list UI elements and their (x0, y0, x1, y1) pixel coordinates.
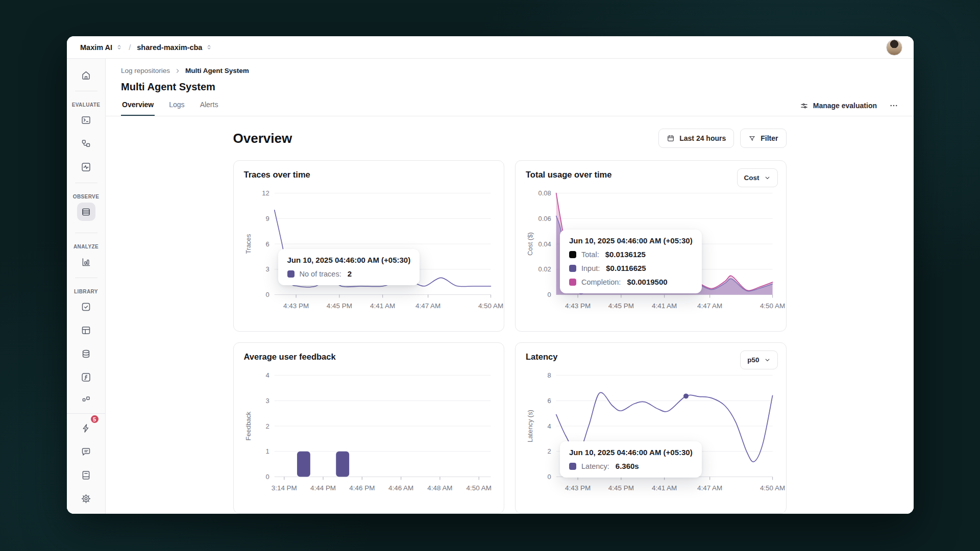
sidebar-item-logs[interactable] (77, 203, 95, 221)
tooltip-value: $0.0019500 (627, 278, 667, 286)
sidebar-divider (75, 91, 97, 91)
gear-icon (81, 493, 91, 504)
card-title: Traces over time (244, 170, 494, 180)
blocks-icon (81, 395, 91, 406)
selector-value: p50 (747, 356, 759, 364)
project-name: shared-maxim-cba (137, 43, 202, 52)
user-avatar[interactable] (886, 39, 902, 56)
sidebar-section-observe: OBSERVE (73, 194, 100, 199)
card-average-user-feedback: Average user feedback 012343:14 PM4:44 P… (233, 342, 505, 514)
sidebar-item-notifications[interactable]: 5 (77, 419, 95, 437)
workspace-name: Maxim AI (80, 43, 112, 52)
sidebar-item-settings[interactable] (77, 489, 95, 508)
svg-text:0: 0 (265, 473, 269, 481)
top-bar: Maxim AI / shared-maxim-cba (67, 36, 914, 59)
breadcrumb-log-repositories[interactable]: Log repositories (121, 67, 170, 74)
latency-chart-area[interactable]: 024684:43 PM4:45 PM4:41 AM4:47 AM4:50 AM… (526, 366, 776, 500)
sidebar-item-docs[interactable] (77, 466, 95, 484)
sidebar-item-context-sources[interactable] (77, 344, 95, 363)
tab-overview[interactable]: Overview (121, 101, 155, 116)
chevron-down-icon (764, 174, 771, 181)
calendar-icon (667, 134, 675, 142)
svg-text:4:45 PM: 4:45 PM (608, 302, 634, 310)
svg-text:4:46 AM: 4:46 AM (388, 484, 413, 492)
sidebar-bottom: 5 (67, 413, 105, 514)
card-total-usage: Total usage over time Cost 00.020.040.06… (515, 160, 787, 332)
svg-text:4:45 PM: 4:45 PM (608, 484, 634, 492)
svg-text:4:50 AM: 4:50 AM (760, 302, 785, 310)
svg-text:4:50 AM: 4:50 AM (478, 302, 503, 310)
activity-icon (81, 162, 91, 172)
svg-text:Traces: Traces (244, 234, 252, 254)
chart-tooltip: Jun 10, 2025 04:46:00 AM (+05:30) Total:… (560, 230, 702, 293)
tooltip-value: $0.0136125 (605, 250, 646, 259)
manage-evaluation-button[interactable]: Manage evaluation (800, 102, 877, 110)
svg-text:4:41 AM: 4:41 AM (652, 302, 677, 310)
filter-button[interactable]: Filter (740, 129, 786, 148)
chevrons-updown-icon (206, 44, 212, 51)
svg-text:0.04: 0.04 (538, 240, 551, 248)
series-swatch (569, 463, 576, 470)
percentile-selector-dropdown[interactable]: p50 (740, 350, 777, 369)
svg-text:4:44 PM: 4:44 PM (310, 484, 336, 492)
time-range-button[interactable]: Last 24 hours (658, 129, 734, 148)
sidebar-item-analytics[interactable] (77, 253, 95, 271)
sidebar-item-test-cases[interactable] (77, 297, 95, 316)
svg-text:1: 1 (265, 447, 269, 455)
svg-text:4:46 PM: 4:46 PM (349, 484, 375, 492)
chart-tooltip: Jun 10, 2025 04:46:00 AM (+05:30) Latenc… (560, 441, 702, 478)
page-title: Multi Agent System (121, 81, 898, 93)
tab-alerts[interactable]: Alerts (199, 101, 219, 116)
sidebar-item-prompts[interactable] (77, 111, 95, 129)
svg-text:0: 0 (265, 291, 269, 298)
selector-value: Cost (744, 174, 760, 182)
filter-label: Filter (761, 134, 778, 142)
more-options-button[interactable] (889, 101, 898, 110)
svg-text:6: 6 (548, 397, 551, 405)
feedback-chart-area[interactable]: 012343:14 PM4:44 PM4:46 PM4:46 AM4:48 AM… (244, 366, 494, 500)
breadcrumb-current: Multi Agent System (185, 67, 249, 74)
svg-text:4:43 PM: 4:43 PM (565, 302, 591, 310)
svg-text:8: 8 (548, 371, 551, 379)
sidebar-item-datasets-table[interactable] (77, 321, 95, 339)
lightning-icon (81, 423, 91, 434)
sidebar-divider (75, 278, 97, 278)
sidebar-item-feedback[interactable] (77, 442, 95, 461)
tab-logs[interactable]: Logs (168, 101, 185, 116)
workspace-switcher[interactable]: Maxim AI (80, 43, 122, 52)
breadcrumb-separator: / (129, 43, 131, 52)
workflow-icon (81, 138, 91, 149)
sidebar-item-home[interactable] (77, 66, 95, 84)
svg-text:Latency (s): Latency (s) (526, 410, 534, 442)
manage-evaluation-label: Manage evaluation (813, 102, 877, 110)
overview-toolbar: Overview Last 24 hours Filter (233, 129, 787, 148)
svg-text:9: 9 (265, 215, 269, 222)
page-header: Log repositories Multi Agent System Mult… (106, 59, 914, 116)
sidebar: EVALUATE OBSERVE ANALYZE (67, 59, 106, 514)
svg-text:4:47 AM: 4:47 AM (415, 302, 440, 310)
home-icon (81, 70, 91, 81)
chevron-right-icon (175, 68, 181, 74)
series-swatch (569, 251, 576, 258)
sidebar-item-evaluations[interactable] (77, 158, 95, 176)
svg-text:4:50 AM: 4:50 AM (760, 484, 785, 492)
tooltip-label: Total: (581, 251, 599, 259)
tooltip-timestamp: Jun 10, 2025 04:46:00 AM (+05:30) (569, 236, 693, 245)
sidebar-item-workflows[interactable] (77, 134, 95, 153)
svg-text:Cost ($): Cost ($) (526, 232, 534, 256)
svg-text:4:43 PM: 4:43 PM (565, 484, 591, 492)
svg-text:4:50 AM: 4:50 AM (466, 484, 491, 492)
header-actions: Manage evaluation (800, 101, 898, 110)
check-square-icon (81, 302, 91, 312)
time-range-label: Last 24 hours (679, 134, 726, 142)
project-switcher[interactable]: shared-maxim-cba (137, 43, 212, 52)
sidebar-item-plugins[interactable] (77, 391, 95, 410)
svg-text:4:47 AM: 4:47 AM (697, 302, 722, 310)
card-title: Latency (526, 352, 776, 362)
tooltip-value: 2 (348, 269, 352, 278)
function-icon (81, 372, 91, 383)
svg-text:0: 0 (548, 291, 551, 298)
cost-selector-dropdown[interactable]: Cost (737, 168, 778, 187)
table-icon (81, 325, 91, 336)
sidebar-item-functions[interactable] (77, 368, 95, 386)
